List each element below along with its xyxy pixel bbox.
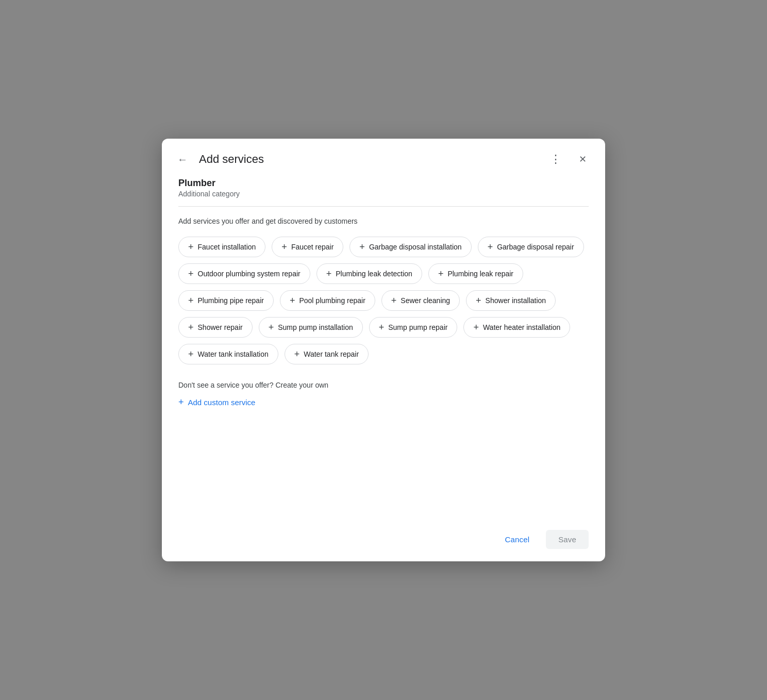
custom-service-prompt: Don't see a service you offer? Create yo… bbox=[178, 381, 589, 389]
save-button[interactable]: Save bbox=[546, 530, 589, 549]
chip-label: Sump pump installation bbox=[278, 323, 353, 331]
chip-plus-icon: + bbox=[290, 296, 295, 305]
service-chip-garbage-disposal-installation[interactable]: +Garbage disposal installation bbox=[349, 237, 471, 257]
chip-label: Shower repair bbox=[198, 323, 243, 331]
chip-label: Faucet installation bbox=[198, 243, 256, 251]
chip-plus-icon: + bbox=[473, 323, 479, 332]
chip-label: Water tank repair bbox=[304, 350, 359, 358]
service-chip-garbage-disposal-repair[interactable]: +Garbage disposal repair bbox=[478, 237, 584, 257]
service-chip-plumbing-leak-repair[interactable]: +Plumbing leak repair bbox=[428, 263, 523, 284]
chip-plus-icon: + bbox=[476, 296, 481, 305]
chip-label: Sewer cleaning bbox=[401, 296, 450, 305]
chip-label: Pool plumbing repair bbox=[299, 296, 365, 305]
chip-label: Water tank installation bbox=[198, 350, 269, 358]
chip-plus-icon: + bbox=[326, 269, 332, 278]
chip-plus-icon: + bbox=[188, 269, 194, 278]
category-subtitle: Additional category bbox=[178, 190, 589, 198]
add-services-modal: ← Add services ⋮ ✕ Plumber Additional ca… bbox=[162, 139, 605, 561]
more-options-button[interactable]: ⋮ bbox=[545, 149, 566, 170]
modal-header: ← Add services ⋮ ✕ bbox=[162, 139, 605, 178]
service-chip-sump-pump-repair[interactable]: +Sump pump repair bbox=[369, 317, 458, 338]
chip-plus-icon: + bbox=[488, 242, 493, 252]
chip-plus-icon: + bbox=[438, 269, 444, 278]
services-grid: +Faucet installation+Faucet repair+Garba… bbox=[178, 237, 589, 364]
chip-plus-icon: + bbox=[188, 349, 194, 359]
service-chip-sewer-cleaning[interactable]: +Sewer cleaning bbox=[381, 290, 460, 311]
chip-plus-icon: + bbox=[269, 323, 274, 332]
service-chip-water-tank-repair[interactable]: +Water tank repair bbox=[285, 344, 369, 364]
service-chip-pool-plumbing-repair[interactable]: +Pool plumbing repair bbox=[280, 290, 375, 311]
close-button[interactable]: ✕ bbox=[572, 149, 593, 170]
service-chip-plumbing-pipe-repair[interactable]: +Plumbing pipe repair bbox=[178, 290, 274, 311]
chip-plus-icon: + bbox=[188, 323, 194, 332]
chip-label: Outdoor plumbing system repair bbox=[198, 270, 301, 278]
chip-plus-icon: + bbox=[294, 349, 300, 359]
add-custom-service-label: Add custom service bbox=[188, 398, 256, 407]
chip-label: Plumbing leak detection bbox=[336, 270, 412, 278]
service-chip-faucet-repair[interactable]: +Faucet repair bbox=[272, 237, 343, 257]
chip-plus-icon: + bbox=[188, 296, 194, 305]
chip-label: Plumbing leak repair bbox=[447, 270, 513, 278]
modal-footer: Cancel Save bbox=[162, 522, 605, 561]
chip-plus-icon: + bbox=[391, 296, 397, 305]
chip-plus-icon: + bbox=[281, 242, 287, 252]
chip-label: Garbage disposal repair bbox=[497, 243, 574, 251]
service-chip-faucet-installation[interactable]: +Faucet installation bbox=[178, 237, 265, 257]
divider bbox=[178, 206, 589, 207]
chip-label: Faucet repair bbox=[291, 243, 334, 251]
chip-label: Plumbing pipe repair bbox=[198, 296, 264, 305]
category-name: Plumber bbox=[178, 178, 589, 189]
chip-label: Shower installation bbox=[486, 296, 546, 305]
chip-plus-icon: + bbox=[379, 323, 385, 332]
add-custom-service-button[interactable]: + Add custom service bbox=[178, 395, 255, 409]
chip-label: Garbage disposal installation bbox=[369, 243, 462, 251]
service-chip-shower-repair[interactable]: +Shower repair bbox=[178, 317, 253, 338]
chip-plus-icon: + bbox=[188, 242, 194, 252]
plus-icon: + bbox=[178, 397, 184, 407]
close-icon: ✕ bbox=[579, 154, 587, 165]
service-chip-plumbing-leak-detection[interactable]: +Plumbing leak detection bbox=[316, 263, 422, 284]
chip-plus-icon: + bbox=[359, 242, 365, 252]
modal-title: Add services bbox=[199, 153, 539, 166]
service-chip-sump-pump-installation[interactable]: +Sump pump installation bbox=[259, 317, 363, 338]
service-chip-shower-installation[interactable]: +Shower installation bbox=[466, 290, 556, 311]
modal-body: Plumber Additional category Add services… bbox=[162, 178, 605, 522]
custom-service-section: Don't see a service you offer? Create yo… bbox=[178, 381, 589, 409]
more-icon: ⋮ bbox=[550, 153, 562, 166]
back-button[interactable]: ← bbox=[172, 149, 193, 170]
back-icon: ← bbox=[177, 154, 188, 165]
cancel-button[interactable]: Cancel bbox=[495, 530, 540, 549]
service-chip-water-tank-installation[interactable]: +Water tank installation bbox=[178, 344, 278, 364]
service-chip-outdoor-plumbing-system-repair[interactable]: +Outdoor plumbing system repair bbox=[178, 263, 310, 284]
chip-label: Water heater installation bbox=[483, 323, 560, 331]
chip-label: Sump pump repair bbox=[388, 323, 447, 331]
services-description: Add services you offer and get discovere… bbox=[178, 217, 589, 225]
service-chip-water-heater-installation[interactable]: +Water heater installation bbox=[463, 317, 570, 338]
